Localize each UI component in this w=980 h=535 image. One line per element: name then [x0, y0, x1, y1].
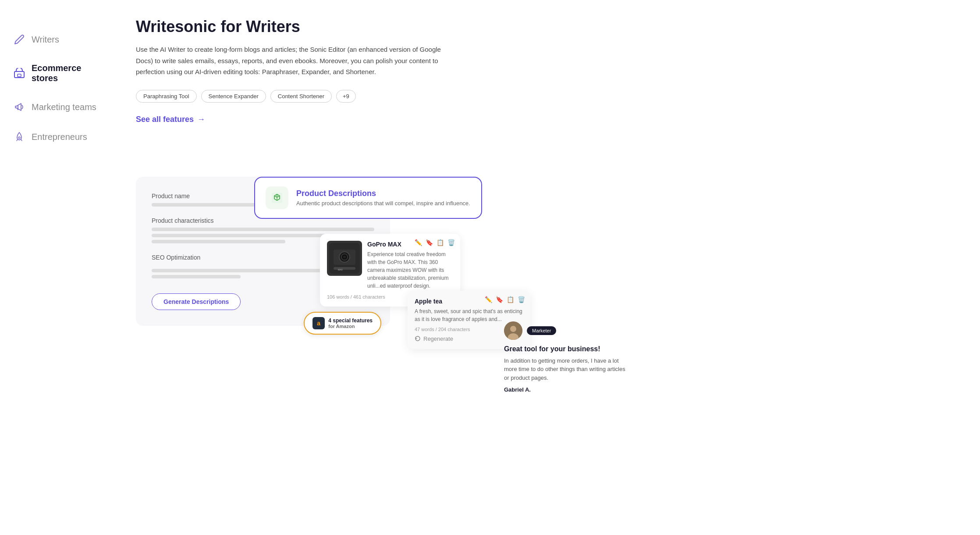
card-icons: ✏️ 🔖 📋 🗑️	[415, 239, 455, 246]
review-author: Gabriel A.	[504, 386, 627, 393]
section-description: Use the AI Writer to create long-form bl…	[136, 44, 443, 78]
product-chars-line-3	[152, 240, 285, 243]
svg-rect-1	[18, 74, 21, 77]
copy-icon[interactable]: 📋	[437, 239, 444, 246]
store-icon	[13, 67, 25, 79]
bookmark-icon-2[interactable]: 🔖	[496, 296, 503, 303]
generate-btn[interactable]: Generate Descriptions	[152, 293, 241, 310]
product-descriptions-card[interactable]: Product Descriptions Authentic product d…	[254, 177, 482, 219]
svg-point-9	[343, 256, 346, 258]
gopro-image: MAX	[327, 241, 362, 276]
tag-paraphrasing[interactable]: Paraphrasing Tool	[136, 90, 197, 103]
product-desc-text: Product Descriptions Authentic product d…	[296, 189, 470, 207]
see-all-features-link[interactable]: See all features →	[136, 115, 205, 124]
delete-icon[interactable]: 🗑️	[447, 239, 455, 246]
regenerate-label: Regenerate	[423, 335, 453, 342]
apple-tea-icons: ✏️ 🔖 📋 🗑️	[485, 296, 525, 303]
copy-icon-2[interactable]: 📋	[507, 296, 514, 303]
product-desc-icon	[266, 186, 288, 209]
review-text: In addition to getting more orders, I ha…	[504, 357, 627, 382]
feature-tags: Paraphrasing Tool Sentence Expander Cont…	[136, 90, 491, 103]
page-title: Writesonic for Writers	[136, 18, 491, 36]
megaphone-icon	[13, 101, 25, 113]
delete-icon-2[interactable]: 🗑️	[518, 296, 525, 303]
amazon-label: 4 special features	[328, 317, 373, 324]
amazon-text: 4 special features for Amazon	[328, 317, 373, 329]
pen-icon	[13, 33, 25, 46]
rocket-icon	[13, 131, 25, 143]
review-title: Great tool for your business!	[504, 345, 627, 353]
sidebar-label-entrepreneurs: Entrepreneurs	[32, 132, 87, 142]
sidebar-item-ecommerce[interactable]: Ecommerce stores	[13, 61, 110, 86]
seo-label: SEO Optimization	[152, 254, 200, 261]
reviewer-avatar	[504, 321, 522, 340]
svg-point-2	[18, 137, 20, 139]
amazon-sublabel: for Amazon	[328, 324, 373, 329]
svg-rect-10	[334, 267, 355, 270]
product-chars-line-1	[152, 228, 374, 231]
gopro-desc: Experience total creative freedom with t…	[367, 250, 453, 290]
sidebar-item-marketing[interactable]: Marketing teams	[13, 98, 110, 116]
sidebar-item-writers[interactable]: Writers	[13, 31, 110, 48]
feature-area: Product Descriptions Authentic product d…	[136, 177, 491, 405]
edit-icon-2[interactable]: ✏️	[485, 296, 492, 303]
sidebar-label-marketing: Marketing teams	[32, 102, 96, 112]
amazon-icon: a	[312, 317, 325, 329]
sidebar-label-writers: Writers	[32, 35, 59, 45]
arrow-icon: →	[197, 115, 205, 124]
reviewer-info: Marketer	[504, 321, 627, 340]
apple-tea-desc: A fresh, sweet, sour and spic that's as …	[415, 307, 523, 323]
gopro-header: MAX GoPro MAX Experience total creative …	[327, 241, 453, 290]
bookmark-icon[interactable]: 🔖	[426, 239, 433, 246]
review-card: Marketer Great tool for your business! I…	[504, 321, 627, 393]
gopro-text: GoPro MAX Experience total creative free…	[367, 241, 453, 290]
tag-content-shortener[interactable]: Content Shortener	[270, 90, 332, 103]
reviewer-badge: Marketer	[527, 326, 556, 335]
sidebar-item-entrepreneurs[interactable]: Entrepreneurs	[13, 128, 110, 146]
sidebar: Writers Ecommerce stores Mar	[0, 18, 123, 517]
see-all-label: See all features	[136, 115, 194, 124]
tag-count: +9	[336, 90, 356, 103]
svg-point-13	[510, 326, 516, 332]
edit-icon[interactable]: ✏️	[415, 239, 422, 246]
main-content: Writesonic for Writers Use the AI Writer…	[123, 18, 517, 517]
sidebar-label-ecommerce: Ecommerce stores	[32, 63, 110, 83]
product-desc-subtitle: Authentic product descriptions that will…	[296, 200, 470, 207]
product-chars-line-2	[152, 234, 330, 237]
seo-line-2	[152, 275, 241, 278]
product-desc-title: Product Descriptions	[296, 189, 470, 198]
amazon-badge: a 4 special features for Amazon	[304, 312, 381, 335]
svg-text:MAX: MAX	[338, 268, 343, 271]
tag-sentence-expander[interactable]: Sentence Expander	[201, 90, 266, 103]
